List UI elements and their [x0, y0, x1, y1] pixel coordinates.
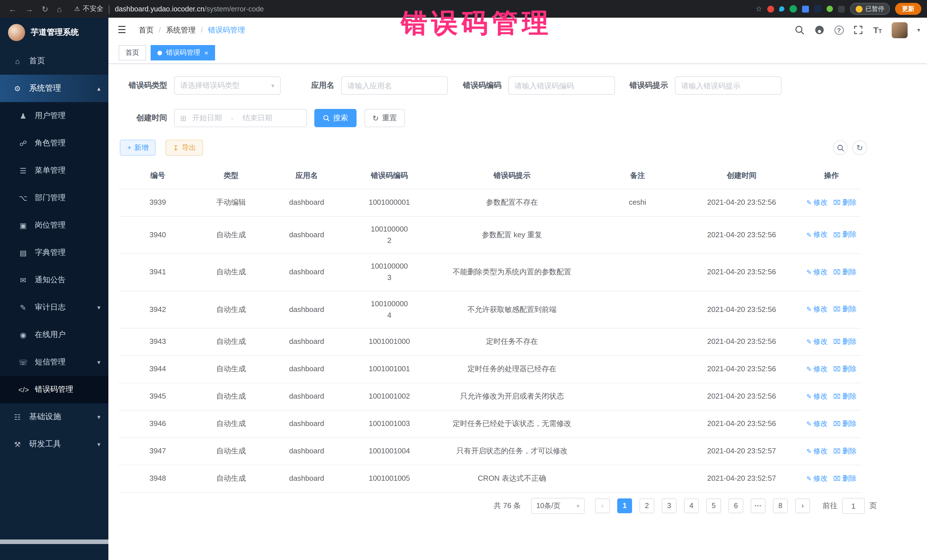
sidebar-item-4[interactable]: ☰菜单管理: [0, 157, 108, 184]
sidebar-item-13[interactable]: ☷基础设施▾: [0, 403, 108, 431]
edit-link[interactable]: ✎修改: [806, 473, 827, 484]
extension-icon-green[interactable]: [790, 5, 797, 12]
cell-app: dashboard: [265, 254, 348, 291]
extension-icon-blue[interactable]: [802, 5, 809, 12]
url-path[interactable]: /system/error-code: [205, 5, 264, 13]
bookmark-star-icon[interactable]: ☆: [755, 5, 762, 13]
next-page-button[interactable]: ›: [795, 498, 810, 513]
cell-time: 2021-04-20 23:52:56: [682, 189, 801, 216]
sidebar-scrollbar[interactable]: [0, 539, 108, 544]
extension-icon-drop[interactable]: [779, 6, 784, 11]
reset-button[interactable]: ↻ 重置: [365, 109, 405, 127]
delete-link[interactable]: ⌧删除: [833, 229, 857, 241]
goto-page-input[interactable]: [842, 498, 865, 514]
sms-icon: ☏: [18, 358, 28, 366]
refresh-table-button[interactable]: ↻: [852, 140, 867, 155]
caret-down-icon[interactable]: ▾: [917, 27, 920, 33]
export-button[interactable]: ↧ 导出: [166, 140, 204, 156]
pagination-page-5[interactable]: 5: [706, 498, 721, 513]
delete-link[interactable]: ⌧删除: [833, 473, 857, 484]
forward-icon[interactable]: →: [25, 4, 33, 14]
edit-link[interactable]: ✎修改: [806, 304, 827, 315]
sidebar-item-12[interactable]: </>错误码管理: [0, 376, 108, 403]
github-icon[interactable]: [815, 25, 825, 35]
filter-app-name: 应用名: [277, 76, 448, 95]
logo-row[interactable]: 芋道管理系统: [0, 18, 108, 47]
sidebar-item-14[interactable]: ⚒研发工具▾: [0, 431, 108, 458]
security-label[interactable]: 不安全: [83, 4, 103, 14]
cell-hint: 只有开启状态的任务，才可以修改: [431, 438, 593, 465]
sidebar-item-10[interactable]: ◉在线用户: [0, 321, 108, 348]
update-button[interactable]: 更新: [895, 3, 921, 15]
edit-link[interactable]: ✎修改: [806, 229, 827, 241]
back-icon[interactable]: ←: [9, 4, 17, 14]
delete-link[interactable]: ⌧删除: [833, 446, 857, 457]
extension-icon-red[interactable]: [767, 5, 774, 12]
search-button[interactable]: 搜索: [314, 109, 357, 127]
user-avatar[interactable]: [892, 22, 907, 38]
pagination-page-2[interactable]: 2: [640, 498, 654, 513]
sidebar-item-8[interactable]: ✉通知公告: [0, 266, 108, 294]
breadcrumb-system[interactable]: 系统管理: [166, 25, 196, 35]
delete-link[interactable]: ⌧删除: [833, 336, 857, 347]
prev-page-button[interactable]: ‹: [595, 498, 610, 513]
sidebar-item-11[interactable]: ☏短信管理▾: [0, 348, 108, 376]
reload-icon[interactable]: ↻: [42, 4, 48, 14]
pagination-page-6[interactable]: 6: [728, 498, 743, 513]
app-name-input[interactable]: [341, 76, 448, 95]
search-icon[interactable]: [794, 25, 805, 35]
extension-icon-small-green[interactable]: [827, 6, 833, 12]
paused-badge[interactable]: 已暂停: [850, 3, 890, 15]
delete-link[interactable]: ⌧删除: [833, 418, 857, 429]
sidebar-item-9[interactable]: ✎审计日志▾: [0, 294, 108, 321]
cell-id: 3941: [119, 254, 197, 291]
hamburger-icon[interactable]: ☰: [117, 24, 126, 36]
add-button[interactable]: + 新增: [120, 140, 156, 156]
breadcrumb-home[interactable]: 首页: [139, 25, 154, 35]
extension-icon-dark[interactable]: [814, 5, 821, 12]
table-row: 3944 自动生成 dashboard 1001001001 定时任务的处理器已…: [119, 356, 862, 383]
font-size-icon[interactable]: TT: [873, 25, 882, 35]
url-host[interactable]: dashboard.yudao.iocoder.cn: [115, 5, 204, 13]
error-code-input[interactable]: [508, 76, 615, 95]
sidebar-item-0[interactable]: ⌂首页: [0, 47, 108, 75]
edit-link[interactable]: ✎修改: [806, 267, 827, 278]
pagination-page-3[interactable]: 3: [662, 498, 676, 513]
tab-home[interactable]: 首页: [119, 45, 146, 61]
sidebar-item-5[interactable]: ⌥部门管理: [0, 184, 108, 212]
tab-error-code[interactable]: 错误码管理 ×: [150, 45, 215, 61]
error-type-select[interactable]: 请选择错误码类型 ▾: [174, 76, 281, 95]
delete-link[interactable]: ⌧删除: [833, 364, 857, 375]
delete-link[interactable]: ⌧删除: [833, 304, 857, 315]
help-icon[interactable]: ?: [834, 25, 843, 35]
cell-remark: [593, 291, 682, 328]
pagination-page-1[interactable]: 1: [617, 498, 632, 513]
error-hint-input[interactable]: [675, 76, 781, 95]
delete-link[interactable]: ⌧删除: [833, 197, 857, 208]
edit-link[interactable]: ✎修改: [806, 197, 827, 208]
toggle-search-button[interactable]: [833, 140, 848, 155]
edit-link[interactable]: ✎修改: [806, 364, 827, 375]
end-date-placeholder: 结束日期: [243, 113, 272, 123]
edit-link[interactable]: ✎修改: [806, 336, 827, 347]
browser-home-icon[interactable]: ⌂: [57, 4, 62, 14]
sidebar-item-3[interactable]: ☍角色管理: [0, 129, 108, 157]
edit-link[interactable]: ✎修改: [806, 446, 827, 457]
edit-link[interactable]: ✎修改: [806, 391, 827, 402]
close-icon[interactable]: ×: [204, 49, 208, 57]
sidebar-item-6[interactable]: ▣岗位管理: [0, 212, 108, 239]
fullscreen-icon[interactable]: [853, 25, 863, 35]
sidebar-item-7[interactable]: ▤字典管理: [0, 239, 108, 266]
sidebar-item-2[interactable]: ♟用户管理: [0, 102, 108, 129]
pagination-page-4[interactable]: 4: [684, 498, 699, 513]
page-size-select[interactable]: 10条/页 ▾: [531, 498, 585, 514]
extensions-puzzle-icon[interactable]: [838, 5, 845, 12]
edit-link[interactable]: ✎修改: [806, 418, 827, 429]
date-range-picker[interactable]: ⊞ 开始日期 - 结束日期: [174, 109, 307, 127]
pagination-ellipsis[interactable]: •••: [751, 498, 766, 513]
cell-app: dashboard: [265, 465, 348, 492]
pagination-page-8[interactable]: 8: [773, 498, 788, 513]
delete-link[interactable]: ⌧删除: [833, 391, 857, 402]
delete-link[interactable]: ⌧删除: [833, 267, 857, 278]
sidebar-item-1[interactable]: ⚙系统管理▴: [0, 75, 108, 102]
